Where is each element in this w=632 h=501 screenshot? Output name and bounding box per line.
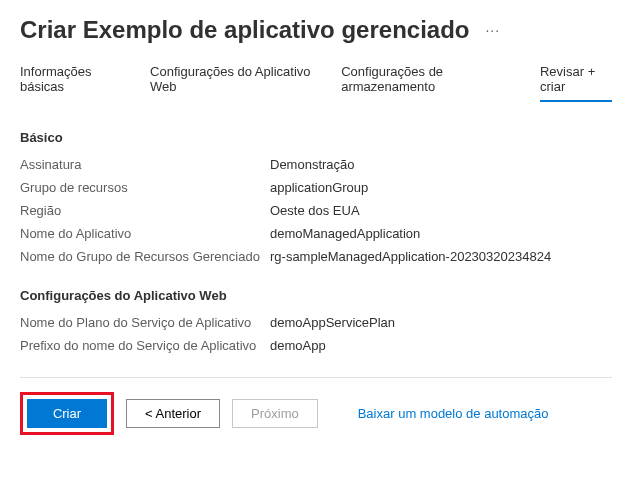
- label-managed-rg-name: Nome do Grupo de Recursos Gerenciado: [20, 249, 270, 264]
- row-region: Região Oeste dos EUA: [20, 203, 612, 218]
- row-managed-rg-name: Nome do Grupo de Recursos Gerenciado rg-…: [20, 249, 612, 264]
- tab-bar: Informações básicas Configurações do Apl…: [20, 64, 612, 102]
- next-button: Próximo: [232, 399, 318, 428]
- row-resource-group: Grupo de recursos applicationGroup: [20, 180, 612, 195]
- create-button[interactable]: Criar: [27, 399, 107, 428]
- value-resource-group: applicationGroup: [270, 180, 368, 195]
- section-webapp: Configurações do Aplicativo Web Nome do …: [20, 288, 612, 353]
- label-app-service-prefix: Prefixo do nome do Serviço de Aplicativo: [20, 338, 270, 353]
- section-webapp-heading: Configurações do Aplicativo Web: [20, 288, 612, 303]
- value-app-service-prefix: demoApp: [270, 338, 326, 353]
- label-app-name: Nome do Aplicativo: [20, 226, 270, 241]
- row-app-name: Nome do Aplicativo demoManagedApplicatio…: [20, 226, 612, 241]
- row-app-service-prefix: Prefixo do nome do Serviço de Aplicativo…: [20, 338, 612, 353]
- section-basic-heading: Básico: [20, 130, 612, 145]
- value-managed-rg-name: rg-sampleManagedApplication-202303202348…: [270, 249, 551, 264]
- value-region: Oeste dos EUA: [270, 203, 360, 218]
- tab-webapp-config[interactable]: Configurações do Aplicativo Web: [150, 64, 313, 102]
- tab-review-create[interactable]: Revisar + criar: [540, 64, 612, 102]
- label-subscription: Assinatura: [20, 157, 270, 172]
- row-subscription: Assinatura Demonstração: [20, 157, 612, 172]
- label-region: Região: [20, 203, 270, 218]
- section-basic: Básico Assinatura Demonstração Grupo de …: [20, 130, 612, 264]
- download-template-link[interactable]: Baixar um modelo de automação: [358, 406, 549, 421]
- previous-button[interactable]: < Anterior: [126, 399, 220, 428]
- value-subscription: Demonstração: [270, 157, 355, 172]
- create-button-highlight: Criar: [20, 392, 114, 435]
- footer-bar: Criar < Anterior Próximo Baixar um model…: [20, 377, 612, 435]
- tab-storage-config[interactable]: Configurações de armazenamento: [341, 64, 512, 102]
- more-actions-icon[interactable]: ···: [485, 22, 500, 38]
- label-resource-group: Grupo de recursos: [20, 180, 270, 195]
- page-title: Criar Exemplo de aplicativo gerenciado: [20, 16, 469, 44]
- value-app-name: demoManagedApplication: [270, 226, 420, 241]
- tab-basic-info[interactable]: Informações básicas: [20, 64, 122, 102]
- value-app-service-plan: demoAppServicePlan: [270, 315, 395, 330]
- label-app-service-plan: Nome do Plano do Serviço de Aplicativo: [20, 315, 270, 330]
- row-app-service-plan: Nome do Plano do Serviço de Aplicativo d…: [20, 315, 612, 330]
